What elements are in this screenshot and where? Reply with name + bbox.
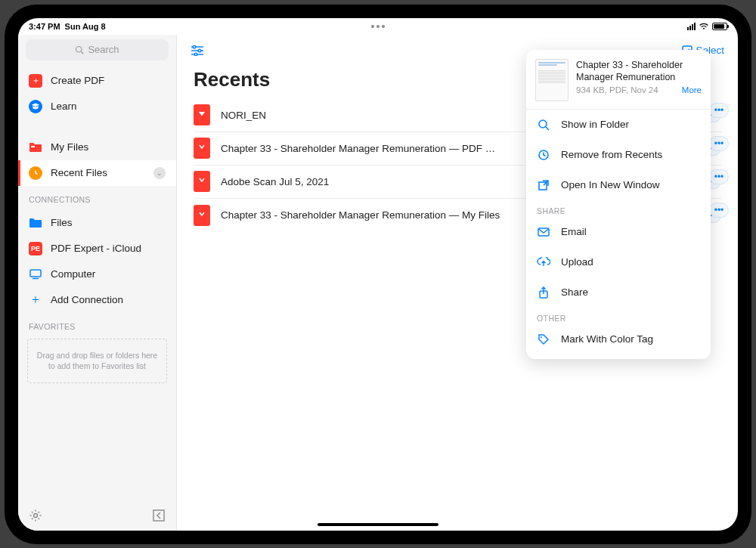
file-more-button[interactable]: ••• xyxy=(709,103,729,118)
cloud-upload-icon xyxy=(537,257,550,268)
sidebar-item-label: PDF Expert - iCloud xyxy=(51,243,141,254)
popup-item-upload[interactable]: Upload xyxy=(526,247,711,277)
folder-icon xyxy=(29,216,42,230)
popup-item-label: Share xyxy=(561,286,588,298)
popup-item-label: Mark With Color Tag xyxy=(561,333,653,345)
chevron-down-icon[interactable]: ⌄ xyxy=(153,167,166,179)
plus-icon: ＋ xyxy=(29,293,42,307)
share-icon xyxy=(537,286,550,299)
file-thumbnail xyxy=(535,59,569,101)
favorites-dropzone[interactable]: Drag and drop files or folders here to a… xyxy=(27,339,167,383)
sidebar-item-pdfexpert-icloud[interactable]: PE PDF Expert - iCloud xyxy=(18,236,176,262)
svg-line-1 xyxy=(82,51,84,54)
file-more-button[interactable]: ••• xyxy=(709,203,729,218)
popup-item-remove-recents[interactable]: Remove from Recents xyxy=(526,140,711,170)
popup-item-label: Upload xyxy=(561,256,593,268)
popup-header: Chapter 33 - Shareholder Manager Remuner… xyxy=(526,50,711,110)
collapse-sidebar-icon[interactable] xyxy=(152,509,166,522)
battery-icon xyxy=(712,23,727,30)
screen: 3:47 PM Sun Aug 8 Search ＋ xyxy=(18,18,738,531)
ipad-frame: 3:47 PM Sun Aug 8 Search ＋ xyxy=(5,5,751,544)
file-name: NORI_EN xyxy=(221,110,266,121)
computer-icon xyxy=(29,268,42,281)
sidebar-item-label: Computer xyxy=(51,268,95,280)
sidebar-item-my-files[interactable]: My Files xyxy=(18,135,176,160)
file-name: Chapter 33 - Shareholder Manager Remuner… xyxy=(221,143,500,154)
svg-line-16 xyxy=(546,127,549,130)
pdf-file-icon xyxy=(194,104,210,125)
popup-item-open-new-window[interactable]: Open In New Window xyxy=(526,170,711,200)
svg-point-13 xyxy=(194,53,197,56)
svg-rect-4 xyxy=(30,270,41,277)
search-placeholder: Search xyxy=(88,44,119,55)
status-time: 3:47 PM xyxy=(29,22,60,31)
sidebar-item-computer[interactable]: Computer xyxy=(18,262,176,287)
sidebar-section-connections: CONNECTIONS xyxy=(18,189,176,207)
svg-rect-7 xyxy=(153,510,164,521)
pdf-file-icon xyxy=(194,138,210,159)
sidebar-item-label: Files xyxy=(51,217,73,228)
search-icon xyxy=(75,45,84,54)
sidebar-item-create-pdf[interactable]: ＋ Create PDF xyxy=(18,68,176,94)
sidebar-item-recent-files[interactable]: Recent Files ⌄ xyxy=(18,160,176,186)
home-indicator[interactable] xyxy=(318,523,438,526)
cellular-signal-icon xyxy=(687,23,696,30)
svg-point-21 xyxy=(541,336,542,338)
popup-item-email[interactable]: Email xyxy=(526,217,711,247)
popup-file-title: Chapter 33 - Shareholder Manager Remuner… xyxy=(576,59,702,84)
settings-gear-icon[interactable] xyxy=(29,509,42,522)
svg-point-0 xyxy=(76,46,82,52)
popup-item-label: Email xyxy=(561,226,587,237)
popup-item-share[interactable]: Share xyxy=(526,277,711,308)
svg-point-15 xyxy=(539,120,547,128)
popup-file-meta: 934 KB, PDF, Nov 24 xyxy=(576,85,658,94)
search-input[interactable]: Search xyxy=(26,39,169,60)
file-more-button[interactable]: ••• xyxy=(709,136,729,151)
multitask-dots-icon[interactable] xyxy=(263,25,493,28)
popup-item-mark-color[interactable]: Mark With Color Tag xyxy=(526,324,711,354)
tag-icon xyxy=(537,333,550,345)
svg-point-11 xyxy=(198,49,201,52)
popup-more-link[interactable]: More xyxy=(682,85,702,94)
sidebar-item-label: Create PDF xyxy=(51,75,104,86)
sidebar-item-files[interactable]: Files xyxy=(18,210,176,236)
file-name: Adobe Scan Jul 5, 2021 xyxy=(221,176,329,187)
graduation-cap-icon xyxy=(29,100,42,113)
app-icon: PE xyxy=(29,242,42,255)
sidebar-section-favorites: FAVORITES xyxy=(18,316,176,334)
filter-icon[interactable] xyxy=(191,45,204,56)
main-content: Select Recents NORI_EN ••• Chapter 33 - … xyxy=(177,35,738,531)
svg-rect-2 xyxy=(31,146,35,147)
search-icon xyxy=(537,119,550,131)
popup-item-label: Show in Folder xyxy=(561,119,629,130)
popup-item-label: Open In New Window xyxy=(561,179,660,190)
sidebar-top-list: ＋ Create PDF Learn xyxy=(18,65,176,122)
file-more-button[interactable]: ••• xyxy=(709,169,729,184)
clock-icon xyxy=(29,166,42,180)
sidebar-item-add-connection[interactable]: ＋ Add Connection xyxy=(18,287,176,313)
status-bar: 3:47 PM Sun Aug 8 xyxy=(18,18,738,35)
sidebar-item-label: My Files xyxy=(51,141,88,153)
envelope-icon xyxy=(537,228,550,237)
sidebar-connections-list: Files PE PDF Expert - iCloud Computer ＋ xyxy=(18,207,176,316)
popup-section-share: SHARE xyxy=(526,200,711,217)
favorites-hint: Drag and drop files or folders here to a… xyxy=(37,351,157,371)
sidebar-files-list: My Files Recent Files ⌄ xyxy=(18,132,176,189)
sidebar-item-learn[interactable]: Learn xyxy=(18,94,176,119)
sidebar-item-label: Learn xyxy=(51,101,77,112)
sidebar-item-label: Recent Files xyxy=(51,167,107,178)
file-actions-popup: Chapter 33 - Shareholder Manager Remuner… xyxy=(526,50,711,359)
wifi-icon xyxy=(699,23,709,30)
svg-point-9 xyxy=(193,45,196,48)
external-window-icon xyxy=(537,179,550,191)
popup-section-other: OTHER xyxy=(526,308,711,324)
clock-remove-icon xyxy=(537,149,550,161)
folder-icon xyxy=(29,141,42,154)
popup-item-show-in-folder[interactable]: Show in Folder xyxy=(526,110,711,140)
sidebar-footer xyxy=(18,500,176,531)
plus-document-icon: ＋ xyxy=(29,74,42,88)
file-name: Chapter 33 - Shareholder Manager Remuner… xyxy=(221,209,500,221)
popup-item-label: Remove from Recents xyxy=(561,149,662,160)
pdf-file-icon xyxy=(194,205,210,226)
pdf-file-icon xyxy=(194,171,210,192)
